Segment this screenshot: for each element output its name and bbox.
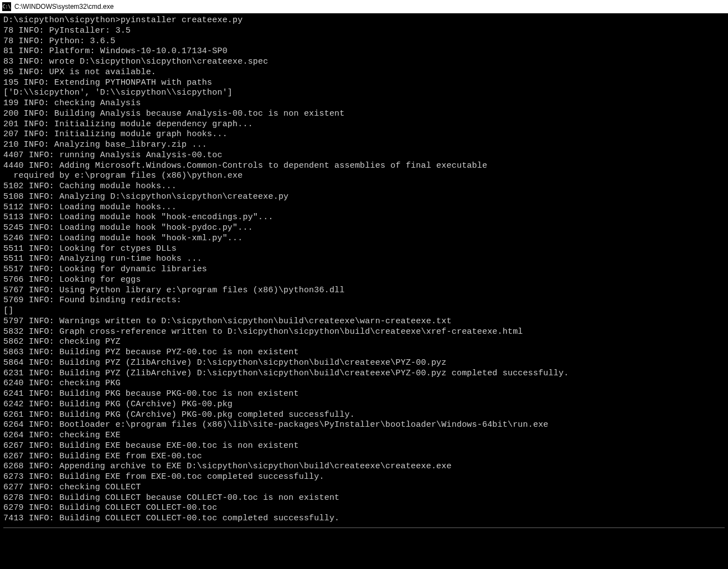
terminal-line: 6264 INFO: Bootloader e:\program files (… [3, 420, 725, 431]
terminal-line: 6231 INFO: Building PYZ (ZlibArchive) D:… [3, 369, 725, 379]
terminal-line: 5864 INFO: Building PYZ (ZlibArchive) D:… [3, 358, 725, 369]
terminal-line: 83 INFO: wrote D:\sicpython\sicpython\cr… [3, 57, 725, 68]
terminal-line: 5108 INFO: Analyzing D:\sicpython\sicpyt… [3, 192, 725, 203]
terminal-line: 5245 INFO: Loading module hook "hook-pyd… [3, 223, 725, 234]
terminal-line: ['D:\\sicpython', 'D:\\sicpython\\sicpyt… [3, 88, 725, 99]
terminal-line: 7413 INFO: Building COLLECT COLLECT-00.t… [3, 514, 725, 524]
terminal-line: 195 INFO: Extending PYTHONPATH with path… [3, 78, 725, 89]
terminal-line: 6261 INFO: Building PKG (CArchive) PKG-0… [3, 410, 725, 421]
terminal-line: 4440 INFO: Adding Microsoft.Windows.Comm… [3, 161, 725, 172]
terminal-line: 5863 INFO: Building PYZ because PYZ-00.t… [3, 348, 725, 358]
terminal-line: 5113 INFO: Loading module hook "hook-enc… [3, 213, 725, 223]
terminal-line: 199 INFO: checking Analysis [3, 99, 725, 109]
terminal-line: 6241 INFO: Building PKG because PKG-00.t… [3, 389, 725, 400]
terminal-line: 5769 INFO: Found binding redirects: [3, 296, 725, 306]
terminal-line: 5766 INFO: Looking for eggs [3, 275, 725, 286]
terminal-line: 6268 INFO: Appending archive to EXE D:\s… [3, 462, 725, 472]
terminal-line: 81 INFO: Platform: Windows-10-10.0.17134… [3, 46, 725, 57]
terminal-line: 95 INFO: UPX is not available. [3, 68, 725, 78]
terminal-line: 6267 INFO: Building EXE because EXE-00.t… [3, 441, 725, 452]
terminal-separator [3, 527, 725, 528]
cmd-icon: C:\ [2, 2, 11, 11]
terminal-line: 6240 INFO: checking PKG [3, 379, 725, 389]
terminal-line: required by e:\program files (x86)\pytho… [3, 171, 725, 182]
terminal-line: 6278 INFO: Building COLLECT because COLL… [3, 493, 725, 504]
terminal-output[interactable]: D:\sicpython\sicpython>pyinstaller creat… [0, 13, 728, 530]
terminal-line: 5511 INFO: Analyzing run-time hooks ... [3, 254, 725, 265]
window-title: C:\WINDOWS\system32\cmd.exe [14, 3, 113, 11]
terminal-line: D:\sicpython\sicpython>pyinstaller creat… [3, 15, 725, 26]
terminal-line: 6273 INFO: Building EXE from EXE-00.toc … [3, 472, 725, 483]
terminal-line: 5112 INFO: Loading module hooks... [3, 203, 725, 213]
terminal-line: 6279 INFO: Building COLLECT COLLECT-00.t… [3, 503, 725, 514]
terminal-line: 78 INFO: PyInstaller: 3.5 [3, 26, 725, 37]
terminal-line: 78 INFO: Python: 3.6.5 [3, 37, 725, 47]
window-title-bar[interactable]: C:\ C:\WINDOWS\system32\cmd.exe [0, 0, 728, 13]
terminal-line: 5862 INFO: checking PYZ [3, 337, 725, 348]
terminal-line: 5767 INFO: Using Python library e:\progr… [3, 286, 725, 296]
terminal-line: 4407 INFO: running Analysis Analysis-00.… [3, 151, 725, 161]
terminal-line: 5246 INFO: Loading module hook "hook-xml… [3, 234, 725, 244]
terminal-line: 207 INFO: Initializing module graph hook… [3, 130, 725, 140]
terminal-line: [] [3, 306, 725, 317]
terminal-line: 5517 INFO: Looking for dynamic libraries [3, 265, 725, 275]
terminal-line: 5832 INFO: Graph cross-reference written… [3, 327, 725, 338]
terminal-line: 6267 INFO: Building EXE from EXE-00.toc [3, 452, 725, 462]
terminal-line: 5102 INFO: Caching module hooks... [3, 182, 725, 192]
terminal-line: 6264 INFO: checking EXE [3, 431, 725, 441]
terminal-line: 6242 INFO: Building PKG (CArchive) PKG-0… [3, 400, 725, 410]
terminal-line: 5511 INFO: Looking for ctypes DLLs [3, 244, 725, 255]
terminal-line: 201 INFO: Initializing module dependency… [3, 120, 725, 130]
terminal-line: 210 INFO: Analyzing base_library.zip ... [3, 140, 725, 151]
terminal-line: 5797 INFO: Warnings written to D:\sicpyt… [3, 317, 725, 327]
terminal-line: 6277 INFO: checking COLLECT [3, 483, 725, 493]
terminal-line: 200 INFO: Building Analysis because Anal… [3, 109, 725, 120]
